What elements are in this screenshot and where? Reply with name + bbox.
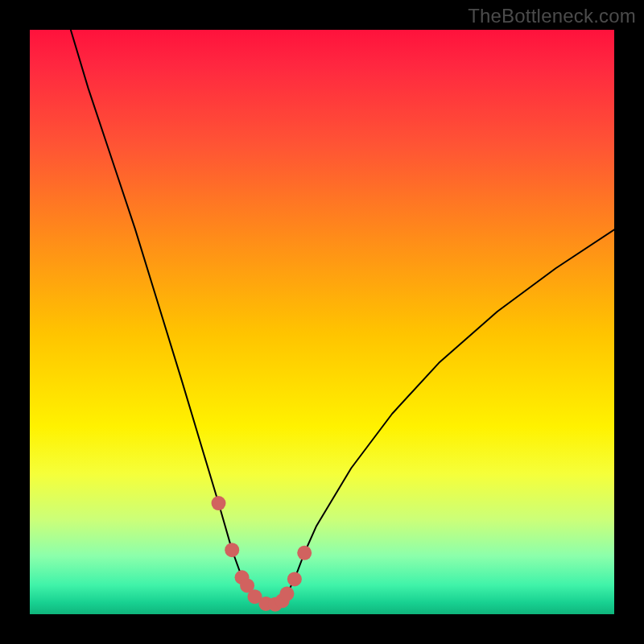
curve-svg — [30, 30, 614, 614]
highlight-dot — [279, 587, 294, 601]
highlight-dot — [212, 496, 226, 510]
marked-dots — [212, 496, 312, 612]
highlight-dot — [287, 572, 302, 586]
watermark-text: TheBottleneck.com — [468, 5, 636, 27]
bottleneck-curve — [71, 30, 614, 605]
plot-area — [30, 30, 614, 614]
chart-stage: TheBottleneck.com — [0, 0, 644, 644]
highlight-dot — [225, 543, 239, 557]
highlight-dot — [297, 546, 312, 560]
